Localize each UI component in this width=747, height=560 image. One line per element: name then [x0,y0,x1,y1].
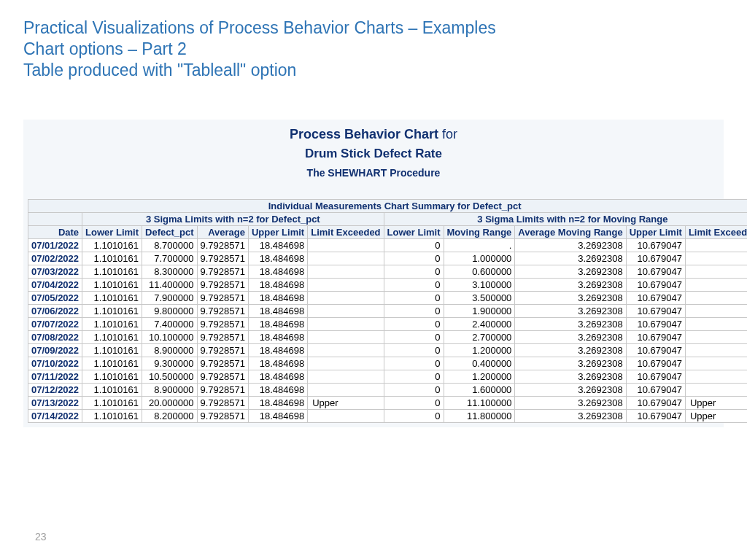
col-date: Date [28,226,82,239]
cell-mr-limit-exceeded [685,370,747,384]
cell-average: 9.7928571 [197,357,248,370]
heading-line-2: Chart options – Part 2 [23,39,724,60]
table-row: 07/01/20221.10101618.7000009.792857118.4… [28,239,748,252]
col-mr-limit-exceeded: Limit Exceeded [685,226,747,239]
cell-mr-lower-limit: 0 [384,370,444,384]
cell-lower-limit: 1.1010161 [82,305,142,318]
cell-limit-exceeded [308,357,384,370]
cell-mr-upper-limit: 10.679047 [626,384,685,397]
cell-avg-moving-range: 3.2692308 [515,305,626,318]
cell-avg-moving-range: 3.2692308 [515,318,626,331]
cell-moving-range: 3.100000 [444,279,515,292]
cell-date: 07/03/2022 [28,265,82,279]
cell-mr-upper-limit: 10.679047 [626,331,685,344]
cell-mr-lower-limit: 0 [384,239,444,252]
cell-limit-exceeded [308,370,384,384]
report-title-block: Process Behavior Chart for Drum Stick De… [28,127,719,179]
cell-limit-exceeded [308,265,384,279]
cell-lower-limit: 1.1010161 [82,318,142,331]
cell-mr-lower-limit: 0 [384,357,444,370]
slide: Practical Visualizations of Process Beha… [0,0,747,560]
cell-date: 07/14/2022 [28,410,82,423]
cell-defect-pct: 8.300000 [142,265,197,279]
cell-limit-exceeded [308,331,384,344]
cell-defect-pct: 8.900000 [142,344,197,357]
cell-mr-lower-limit: 0 [384,331,444,344]
cell-lower-limit: 1.1010161 [82,331,142,344]
cell-upper-limit: 18.484698 [248,265,307,279]
cell-mr-limit-exceeded [685,305,747,318]
page-number: 23 [35,531,47,542]
cell-defect-pct: 7.900000 [142,292,197,305]
cell-mr-limit-exceeded [685,265,747,279]
table-row: 07/07/20221.10101617.4000009.792857118.4… [28,318,748,331]
heading-line-3: Table produced with "Tableall" option [23,60,724,81]
cell-mr-limit-exceeded [685,331,747,344]
cell-moving-range: 1.200000 [444,344,515,357]
cell-moving-range: 11.800000 [444,410,515,423]
cell-mr-limit-exceeded [685,357,747,370]
cell-mr-upper-limit: 10.679047 [626,292,685,305]
cell-mr-upper-limit: 10.679047 [626,370,685,384]
cell-average: 9.7928571 [197,252,248,265]
cell-date: 07/04/2022 [28,279,82,292]
cell-moving-range: 1.600000 [444,384,515,397]
cell-avg-moving-range: 3.2692308 [515,410,626,423]
cell-average: 9.7928571 [197,279,248,292]
cell-mr-upper-limit: 10.679047 [626,305,685,318]
cell-lower-limit: 1.1010161 [82,279,142,292]
cell-average: 9.7928571 [197,318,248,331]
cell-mr-lower-limit: 0 [384,410,444,423]
table-row: 07/12/20221.10101618.9000009.792857118.4… [28,384,748,397]
cell-date: 07/12/2022 [28,384,82,397]
cell-mr-upper-limit: 10.679047 [626,410,685,423]
cell-date: 07/02/2022 [28,252,82,265]
col-average: Average [197,226,248,239]
table-row: 07/04/20221.101016111.4000009.792857118.… [28,279,748,292]
cell-moving-range: 2.400000 [444,318,515,331]
cell-upper-limit: 18.484698 [248,357,307,370]
col-avg-moving-range: Average Moving Range [515,226,626,239]
cell-moving-range: 2.700000 [444,331,515,344]
cell-average: 9.7928571 [197,344,248,357]
cell-upper-limit: 18.484698 [248,252,307,265]
cell-mr-upper-limit: 10.679047 [626,252,685,265]
cell-limit-exceeded: Upper [308,397,384,410]
table-row: 07/03/20221.10101618.3000009.792857118.4… [28,265,748,279]
cell-defect-pct: 10.500000 [142,370,197,384]
cell-date: 07/11/2022 [28,370,82,384]
cell-date: 07/10/2022 [28,357,82,370]
cell-average: 9.7928571 [197,410,248,423]
cell-lower-limit: 1.1010161 [82,384,142,397]
cell-upper-limit: 18.484698 [248,331,307,344]
cell-lower-limit: 1.1010161 [82,265,142,279]
cell-mr-limit-exceeded [685,239,747,252]
cell-moving-range: . [444,239,515,252]
cell-defect-pct: 11.400000 [142,279,197,292]
cell-average: 9.7928571 [197,265,248,279]
cell-average: 9.7928571 [197,292,248,305]
cell-average: 9.7928571 [197,305,248,318]
table-row: 07/08/20221.101016110.1000009.792857118.… [28,331,748,344]
cell-lower-limit: 1.1010161 [82,397,142,410]
cell-mr-limit-exceeded [685,384,747,397]
summary-table: Individual Measurements Chart Summary fo… [28,199,747,423]
cell-mr-limit-exceeded [685,318,747,331]
cell-average: 9.7928571 [197,397,248,410]
col-mr-upper-limit: Upper Limit [626,226,685,239]
cell-mr-upper-limit: 10.679047 [626,357,685,370]
cell-mr-lower-limit: 0 [384,292,444,305]
cell-avg-moving-range: 3.2692308 [515,344,626,357]
cell-mr-lower-limit: 0 [384,252,444,265]
cell-lower-limit: 1.1010161 [82,292,142,305]
cell-avg-moving-range: 3.2692308 [515,279,626,292]
report-title: Process Behavior Chart for [28,127,719,142]
report-title-for: for [442,127,457,141]
col-upper-limit: Upper Limit [248,226,307,239]
report-title-prefix: Process Behavior Chart [290,127,438,141]
cell-avg-moving-range: 3.2692308 [515,331,626,344]
cell-upper-limit: 18.484698 [248,410,307,423]
cell-defect-pct: 10.100000 [142,331,197,344]
cell-mr-limit-exceeded [685,252,747,265]
cell-mr-limit-exceeded [685,344,747,357]
